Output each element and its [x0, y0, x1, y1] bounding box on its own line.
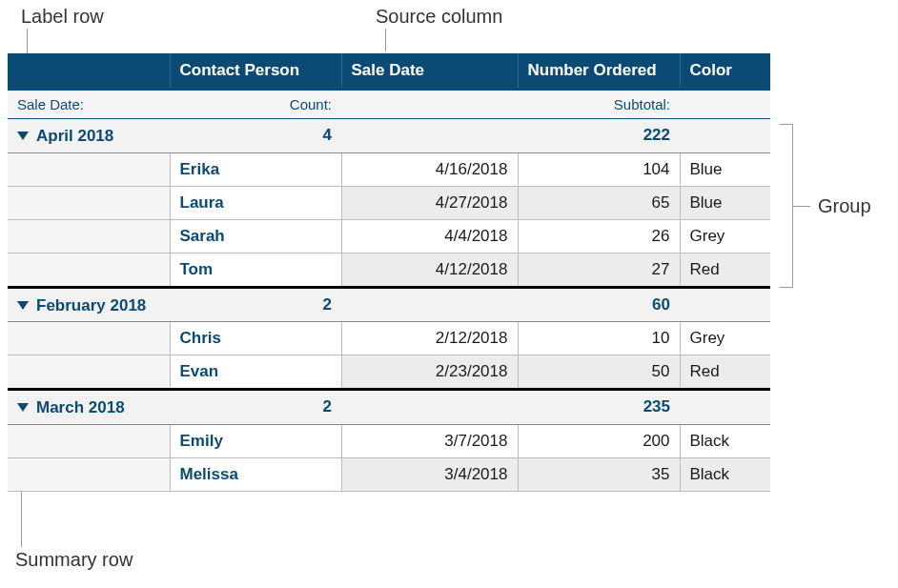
cell-contact[interactable]: Sarah — [170, 219, 341, 253]
cell-date[interactable]: 3/4/2018 — [341, 457, 518, 491]
col-header-date[interactable]: Sale Date — [341, 53, 518, 90]
col-header-num[interactable]: Number Ordered — [518, 53, 680, 90]
col-header-contact[interactable]: Contact Person — [170, 53, 341, 90]
cell-group — [8, 219, 170, 253]
cell-date[interactable]: 3/7/2018 — [341, 424, 518, 457]
cell-contact[interactable]: Melissa — [170, 457, 341, 491]
cell-date[interactable]: 4/27/2018 — [341, 186, 518, 219]
cell-date[interactable]: 2/23/2018 — [341, 355, 518, 390]
label-subtotal: Subtotal: — [518, 90, 680, 119]
cell-group — [8, 186, 170, 219]
label-row: Sale Date:Count:Subtotal: — [8, 90, 770, 119]
group-count: 2 — [170, 287, 341, 322]
cell-color[interactable]: Blue — [680, 186, 770, 219]
callout-summary-row: Summary row — [15, 549, 133, 571]
callout-group: Group — [818, 195, 871, 217]
group-empty — [341, 119, 518, 153]
col-header-color[interactable]: Color — [680, 53, 770, 90]
cell-color[interactable]: Red — [680, 355, 770, 390]
chevron-down-icon[interactable] — [17, 403, 29, 412]
cell-num[interactable]: 50 — [518, 355, 680, 390]
group-count: 2 — [170, 390, 341, 425]
table-row[interactable]: Laura4/27/201865Blue — [8, 186, 770, 219]
cell-color[interactable]: Black — [680, 457, 770, 491]
group-toggle[interactable]: April 2018 — [8, 119, 170, 153]
cell-date[interactable]: 4/4/2018 — [341, 219, 518, 253]
table-row[interactable]: Evan2/23/201850Red — [8, 355, 770, 390]
table-row[interactable]: Emily3/7/2018200Black — [8, 424, 770, 457]
summary-row[interactable]: April 20184222 — [8, 119, 770, 153]
label-count: Count: — [170, 90, 341, 119]
cell-num[interactable]: 65 — [518, 186, 680, 219]
group-subtotal: 60 — [518, 287, 680, 322]
callout-source-column: Source column — [376, 6, 502, 28]
chevron-down-icon[interactable] — [17, 301, 29, 310]
cell-color[interactable]: Grey — [680, 219, 770, 253]
cell-num[interactable]: 26 — [518, 219, 680, 253]
group-bracket-stub — [793, 206, 810, 207]
cell-date[interactable]: 4/12/2018 — [341, 253, 518, 287]
cell-color[interactable]: Grey — [680, 322, 770, 355]
chevron-down-icon[interactable] — [17, 132, 29, 140]
label-group: Sale Date: — [8, 90, 170, 119]
cell-contact[interactable]: Chris — [170, 322, 341, 355]
label-empty — [341, 90, 518, 119]
col-header-group[interactable] — [8, 53, 170, 90]
table-row[interactable]: Chris2/12/201810Grey — [8, 322, 770, 355]
group-empty — [341, 390, 518, 425]
cell-color[interactable]: Blue — [680, 152, 770, 186]
group-name: February 2018 — [36, 295, 146, 314]
cell-group — [8, 355, 170, 390]
label-empty — [680, 90, 770, 119]
cell-contact[interactable]: Laura — [170, 186, 341, 219]
grouped-table: Contact Person Sale Date Number Ordered … — [8, 53, 770, 492]
cell-group — [8, 253, 170, 287]
cell-contact[interactable]: Evan — [170, 355, 341, 390]
cell-contact[interactable]: Erika — [170, 152, 341, 186]
summary-row[interactable]: March 20182235 — [8, 390, 770, 425]
group-subtotal: 222 — [518, 119, 680, 153]
group-toggle[interactable]: March 2018 — [8, 390, 170, 425]
cell-group — [8, 424, 170, 457]
group-toggle[interactable]: February 2018 — [8, 287, 170, 322]
table-row[interactable]: Sarah4/4/201826Grey — [8, 219, 770, 253]
group-empty — [680, 119, 770, 153]
table-row[interactable]: Erika4/16/2018104Blue — [8, 152, 770, 186]
group-name: March 2018 — [36, 398, 125, 416]
callout-label-row: Label row — [21, 6, 104, 28]
callout-line — [385, 29, 386, 51]
group-empty — [680, 390, 770, 425]
group-empty — [680, 287, 770, 322]
cell-date[interactable]: 4/16/2018 — [341, 152, 518, 186]
cell-num[interactable]: 10 — [518, 322, 680, 355]
cell-contact[interactable]: Emily — [170, 424, 341, 457]
cell-group — [8, 152, 170, 186]
table-row[interactable]: Tom4/12/201827Red — [8, 253, 770, 287]
summary-row[interactable]: February 2018260 — [8, 287, 770, 322]
group-count: 4 — [170, 119, 341, 153]
group-subtotal: 235 — [518, 390, 680, 425]
cell-group — [8, 457, 170, 491]
group-empty — [341, 287, 518, 322]
cell-contact[interactable]: Tom — [170, 253, 341, 287]
cell-num[interactable]: 200 — [518, 424, 680, 457]
cell-num[interactable]: 27 — [518, 253, 680, 287]
header-row: Contact Person Sale Date Number Ordered … — [8, 53, 770, 90]
cell-color[interactable]: Black — [680, 424, 770, 457]
table-row[interactable]: Melissa3/4/201835Black — [8, 457, 770, 491]
group-name: April 2018 — [36, 127, 113, 145]
group-bracket — [780, 124, 793, 288]
cell-color[interactable]: Red — [680, 253, 770, 287]
cell-group — [8, 322, 170, 355]
cell-date[interactable]: 2/12/2018 — [341, 322, 518, 355]
cell-num[interactable]: 104 — [518, 152, 680, 186]
cell-num[interactable]: 35 — [518, 457, 680, 491]
